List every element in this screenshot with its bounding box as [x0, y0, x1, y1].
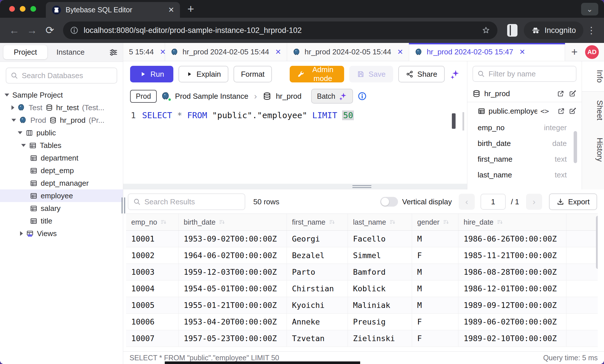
sql-code-area[interactable]: 1 SELECT * FROM "public"."employee" LIMI…	[123, 108, 467, 184]
column-header[interactable]: emp_no	[126, 214, 179, 230]
cell[interactable]: Maliniak	[348, 297, 412, 313]
open-database-button[interactable]	[557, 90, 565, 98]
table-scrollbar-thumb[interactable]	[596, 216, 598, 269]
forward-button[interactable]: →	[24, 22, 40, 38]
cell[interactable]: 10005	[126, 297, 179, 313]
cell[interactable]: 1989-09-12T00:00:00Z	[458, 297, 566, 313]
editor-results-divider[interactable]	[123, 184, 467, 189]
schema-table-row[interactable]: public.employe <>	[467, 102, 582, 120]
save-button[interactable]: Save	[349, 66, 393, 82]
table-row[interactable]: 100071957-05-23T00:00:00ZTzvetanZielinsk…	[126, 330, 598, 347]
cell[interactable]: Chirstian	[287, 280, 348, 297]
tree-item-table-employee[interactable]: employee	[0, 189, 123, 202]
schema-filter-input[interactable]	[489, 70, 572, 78]
cell[interactable]: 10001	[126, 231, 179, 247]
sort-icon[interactable]	[219, 219, 225, 225]
cell[interactable]: Kyoichi	[287, 297, 348, 313]
caret-right-icon[interactable]	[20, 231, 23, 236]
view-ddl-icon[interactable]: <>	[540, 107, 549, 115]
vertical-display-toggle[interactable]	[380, 197, 398, 207]
schema-scrollbar-thumb[interactable]	[574, 131, 577, 163]
cell[interactable]: 1989-02-10T00:00:00Z	[458, 330, 566, 347]
close-tab-icon[interactable]: ✕	[168, 6, 174, 14]
open-table-button[interactable]	[557, 107, 565, 115]
instance-name[interactable]: Prod Sample Instance	[175, 92, 248, 101]
column-header[interactable]: birth_date	[179, 214, 287, 230]
column-header[interactable]: hire_date	[458, 214, 566, 230]
table-row[interactable]: 100021964-06-02T00:00:00ZBezalelSimmelF1…	[126, 247, 598, 264]
cell[interactable]: Bamford	[348, 264, 412, 280]
cell[interactable]: 1959-12-03T00:00:00Z	[179, 264, 287, 280]
sort-icon[interactable]	[443, 219, 450, 225]
tab-project[interactable]: Project	[3, 45, 47, 59]
editor-tab-1[interactable]: 5 15:44 ✕	[123, 43, 165, 61]
cell[interactable]: Parto	[287, 264, 348, 280]
results-search[interactable]	[128, 193, 245, 210]
column-row[interactable]: first_name text	[467, 151, 582, 167]
reload-button[interactable]: ⟳	[42, 22, 58, 38]
tab-search-button[interactable]: ⌄	[581, 3, 598, 15]
cell[interactable]: Koblick	[348, 280, 412, 297]
sort-icon[interactable]	[497, 219, 503, 225]
column-header[interactable]: gender	[412, 214, 458, 230]
cell[interactable]: 10006	[126, 314, 179, 330]
cell[interactable]: M	[412, 231, 458, 247]
cell[interactable]: 1955-01-21T00:00:00Z	[179, 297, 287, 313]
sidebar-resize-handle[interactable]	[121, 197, 126, 213]
browser-tab[interactable]: Bytebase SQL Editor ✕	[46, 2, 180, 18]
results-search-input[interactable]	[144, 197, 240, 206]
tree-item-tables[interactable]: Tables	[0, 139, 123, 152]
sort-icon[interactable]	[329, 219, 336, 225]
prev-page-button[interactable]: ‹	[459, 194, 475, 210]
cell[interactable]: 10004	[126, 280, 179, 297]
share-button[interactable]: Share	[398, 66, 445, 82]
cell[interactable]: 1986-12-01T00:00:00Z	[458, 280, 566, 297]
tree-item-project[interactable]: Sample Project	[0, 89, 123, 101]
caret-right-icon[interactable]	[11, 105, 14, 110]
avatar[interactable]: AD	[585, 45, 599, 59]
cell[interactable]: 10002	[126, 247, 179, 264]
edit-database-button[interactable]	[568, 90, 576, 98]
tab-instance[interactable]: Instance	[47, 45, 94, 59]
table-row[interactable]: 100051955-01-21T00:00:00ZKyoichiMaliniak…	[126, 297, 598, 314]
cell[interactable]: 1964-06-02T00:00:00Z	[179, 247, 287, 264]
column-header[interactable]: last_name	[348, 214, 412, 230]
schema-filter[interactable]	[472, 66, 576, 82]
cell[interactable]: 1953-04-20T00:00:00Z	[179, 314, 287, 330]
tree-item-table-department[interactable]: department	[0, 152, 123, 164]
cell[interactable]: Simmel	[348, 247, 412, 264]
caret-down-icon[interactable]	[21, 144, 26, 147]
site-info-icon[interactable]	[70, 26, 79, 35]
divider-grip-icon[interactable]	[352, 185, 371, 188]
tree-item-hr-test[interactable]: Test hr_test (Test...	[0, 101, 123, 114]
url-text[interactable]: localhost:8080/sql-editor/prod-sample-in…	[84, 26, 476, 35]
tree-item-table-dept-emp[interactable]: dept_emp	[0, 164, 123, 177]
cell[interactable]: 1954-05-01T00:00:00Z	[179, 280, 287, 297]
database-search[interactable]	[6, 68, 117, 84]
caret-down-icon[interactable]	[11, 119, 16, 122]
database-search-input[interactable]	[22, 71, 113, 80]
cell[interactable]: Zielinski	[348, 330, 412, 347]
tree-item-views[interactable]: Views	[0, 227, 123, 240]
column-row[interactable]: emp_no integer	[467, 120, 582, 136]
explain-button[interactable]: Explain	[179, 66, 228, 82]
format-button[interactable]: Format	[234, 66, 272, 82]
cell[interactable]: 1986-08-28T00:00:00Z	[458, 264, 566, 280]
close-tab-icon[interactable]: ✕	[397, 48, 403, 56]
table-row[interactable]: 100031959-12-03T00:00:00ZPartoBamfordM19…	[126, 264, 598, 280]
pane-resize-handle[interactable]	[462, 112, 464, 130]
info-icon[interactable]	[358, 92, 367, 101]
sort-icon[interactable]	[389, 219, 396, 225]
tree-item-table-dept-manager[interactable]: dept_manager	[0, 177, 123, 189]
close-tab-icon[interactable]: ✕	[275, 48, 281, 56]
rail-tab-sheet[interactable]: Sheet	[582, 92, 604, 129]
export-button[interactable]: Export	[549, 193, 597, 210]
cell[interactable]: M	[412, 264, 458, 280]
new-query-tab-button[interactable]: +	[565, 43, 584, 61]
cell[interactable]: 1986-06-26T00:00:00Z	[458, 231, 566, 247]
schema-database-row[interactable]: hr_prod	[467, 85, 582, 102]
admin-mode-button[interactable]: Admin mode	[290, 66, 344, 82]
cell[interactable]: F	[412, 247, 458, 264]
close-window-button[interactable]	[9, 6, 15, 12]
cell[interactable]: M	[412, 280, 458, 297]
